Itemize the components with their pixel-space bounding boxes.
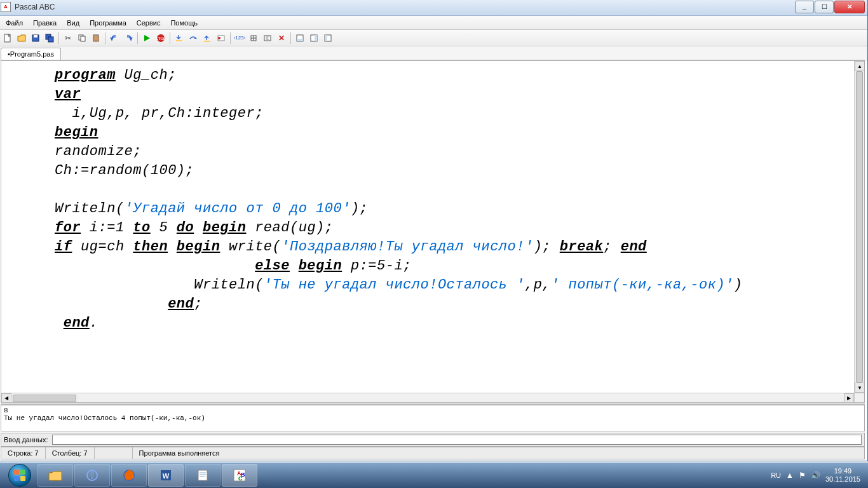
window-controls: _ ☐ ✕ — [795, 1, 865, 13]
vertical-scrollbar[interactable]: ▲ ▼ — [854, 61, 864, 393]
menu-service[interactable]: Сервис — [132, 17, 166, 29]
tray-lang[interactable]: RU — [771, 471, 781, 479]
status-empty — [95, 447, 133, 459]
step-out-icon[interactable] — [200, 31, 214, 45]
scroll-thumb[interactable] — [856, 71, 863, 383]
tray-volume-icon[interactable]: 🔊 — [811, 471, 820, 480]
code-editor[interactable]: program Ug_ch; var i,Ug,p, pr,Ch:integer… — [1, 60, 865, 403]
step-into-icon[interactable] — [172, 31, 186, 45]
svg-rect-18 — [297, 39, 303, 41]
taskbar-explorer[interactable] — [37, 464, 73, 487]
toolbar-separator — [170, 32, 170, 44]
maximize-button[interactable]: ☐ — [815, 1, 834, 13]
input-field[interactable] — [52, 435, 862, 445]
file-tabs: •Program5.pas — [0, 46, 867, 60]
window-title: Pascal ABC — [15, 3, 795, 11]
menu-edit[interactable]: Правка — [28, 17, 62, 29]
breakpoint-icon[interactable] — [214, 31, 228, 45]
status-col: Столбец: 7 — [46, 447, 95, 459]
horizontal-scrollbar[interactable]: ◀ ▶ — [1, 393, 854, 403]
minimize-button[interactable]: _ — [795, 1, 814, 13]
scroll-thumb[interactable] — [13, 395, 76, 402]
svg-text:W: W — [163, 472, 170, 480]
run-icon[interactable] — [140, 31, 154, 45]
trace-icon[interactable] — [247, 31, 261, 45]
toolbar-separator — [137, 32, 138, 44]
file-tab-program5[interactable]: •Program5.pas — [1, 48, 61, 60]
cut-icon[interactable]: ✂ — [61, 31, 75, 45]
taskbar: W ABC RU ▲ ⚑ 🔊 19:49 30.11.2015 — [0, 463, 868, 488]
taskbar-notepad[interactable] — [185, 464, 220, 487]
tray-flag-icon[interactable]: ▲ — [786, 471, 794, 480]
output-panel[interactable]: 8 Ты не угадал число!Осталось 4 попыт(-к… — [1, 405, 865, 431]
new-file-icon[interactable] — [1, 31, 15, 45]
svg-rect-20 — [315, 35, 317, 41]
copy-icon[interactable] — [75, 31, 89, 45]
menu-help[interactable]: Помощь — [165, 17, 203, 29]
svg-rect-6 — [81, 36, 85, 41]
toolbar-separator — [105, 32, 105, 44]
open-file-icon[interactable] — [15, 31, 29, 45]
panel1-icon[interactable] — [293, 31, 307, 45]
taskbar-firefox[interactable] — [111, 464, 147, 487]
toolbar-separator — [290, 32, 291, 44]
taskbar-word[interactable]: W — [148, 464, 184, 487]
svg-rect-27 — [198, 470, 207, 480]
menubar: Файл Правка Вид Программа Сервис Помощь — [0, 16, 867, 30]
titlebar[interactable]: A Pascal ABC _ ☐ ✕ — [0, 0, 867, 16]
svg-rect-11 — [176, 40, 182, 41]
tray-action-icon[interactable]: ⚑ — [799, 471, 806, 480]
statusbar: Строка: 7 Столбец: 7 Программа выполняет… — [1, 447, 865, 459]
scroll-down-icon[interactable]: ▼ — [855, 383, 865, 393]
toolbar-separator — [58, 32, 59, 44]
redo-icon[interactable] — [121, 31, 135, 45]
tray-clock[interactable]: 19:49 30.11.2015 — [825, 467, 860, 484]
taskbar-pascalabc[interactable]: ABC — [222, 464, 257, 487]
windows-logo-icon — [8, 464, 31, 487]
svg-text:STOP: STOP — [156, 37, 165, 41]
delete-bp-icon[interactable]: ✕ — [275, 31, 288, 45]
close-button[interactable]: ✕ — [834, 1, 865, 13]
menu-program[interactable]: Программа — [85, 17, 132, 29]
svg-rect-2 — [34, 35, 37, 37]
save-all-icon[interactable] — [43, 31, 57, 45]
input-label: Ввод данных: — [4, 436, 48, 444]
status-message: Программа выполняется — [133, 447, 864, 459]
toolbar-separator — [230, 32, 231, 44]
svg-rect-12 — [204, 41, 210, 42]
scroll-up-icon[interactable]: ▲ — [855, 61, 865, 71]
code-content[interactable]: program Ug_ch; var i,Ug,p, pr,Ch:integer… — [1, 61, 864, 333]
app-window: A Pascal ABC _ ☐ ✕ Файл Правка Вид Прогр… — [0, 0, 868, 461]
svg-text:C: C — [238, 475, 243, 482]
input-row: Ввод данных: — [1, 433, 865, 447]
svg-rect-8 — [95, 34, 97, 36]
scroll-corner — [854, 393, 864, 403]
watch-icon[interactable]: ›123‹ — [233, 31, 247, 45]
panel3-icon[interactable] — [321, 31, 335, 45]
svg-rect-22 — [325, 35, 327, 41]
save-icon[interactable] — [29, 31, 43, 45]
scroll-track[interactable] — [855, 71, 864, 383]
start-button[interactable] — [3, 463, 37, 488]
svg-rect-4 — [48, 37, 53, 42]
step-over-icon[interactable] — [186, 31, 200, 45]
paste-icon[interactable] — [89, 31, 103, 45]
menu-view[interactable]: Вид — [62, 17, 85, 29]
stop-icon[interactable]: STOP — [154, 31, 168, 45]
taskbar-app1[interactable] — [74, 464, 110, 487]
panel2-icon[interactable] — [307, 31, 321, 45]
svg-point-14 — [218, 37, 220, 39]
toolbar: ✂ STOP ›123‹ ✕ — [0, 30, 867, 46]
codecomplete-icon[interactable] — [261, 31, 275, 45]
menu-file[interactable]: Файл — [1, 17, 28, 29]
status-line: Строка: 7 — [1, 447, 46, 459]
undo-icon[interactable] — [107, 31, 121, 45]
app-icon: A — [1, 2, 11, 12]
system-tray: RU ▲ ⚑ 🔊 19:49 30.11.2015 — [771, 467, 865, 484]
